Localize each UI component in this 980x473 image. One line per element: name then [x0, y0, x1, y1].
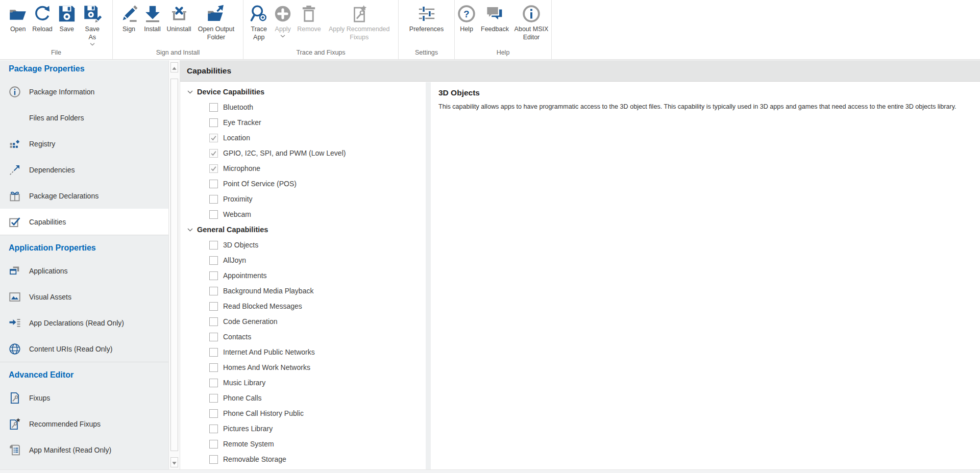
- tree-item-webcam[interactable]: Webcam: [180, 207, 426, 222]
- tree-item-label: Homes And Work Networks: [223, 363, 310, 371]
- tree-item-appointments[interactable]: Appointments: [180, 268, 426, 283]
- folder-icon: [9, 112, 21, 124]
- tree-item-homes-and-work-networks[interactable]: Homes And Work Networks: [180, 360, 426, 375]
- apply-recommended-fixups-icon: [350, 5, 369, 23]
- capability-checkbox[interactable]: [209, 271, 218, 280]
- tree-item-code-generation[interactable]: Code Generation: [180, 314, 426, 329]
- capability-checkbox[interactable]: [209, 333, 218, 341]
- tree-group-general-capabilities[interactable]: General Capabilities: [180, 222, 426, 237]
- ribbon-button-trace-app[interactable]: Trace App: [247, 4, 271, 41]
- capability-checkbox[interactable]: [209, 180, 218, 188]
- ribbon-button-about-msix-editor[interactable]: About MSIX Editor: [511, 4, 551, 41]
- ribbon-button-apply-recommended-fixups[interactable]: Apply Recommended Fixups: [324, 4, 395, 41]
- ribbon-button-save-as[interactable]: Save As: [79, 4, 106, 46]
- ribbon-button-open-output-folder[interactable]: Open Output Folder: [193, 4, 238, 41]
- sidebar-item-app-declarations-read-only[interactable]: App Declarations (Read Only): [0, 310, 168, 336]
- capability-checkbox[interactable]: [209, 348, 218, 357]
- sidebar-item-app-manifest-read-only[interactable]: App Manifest (Read Only): [0, 437, 168, 463]
- capability-checkbox[interactable]: [209, 134, 218, 142]
- page-title: Capabilities: [180, 60, 980, 82]
- sidebar-section-application-properties: Application PropertiesApplicationsVisual…: [0, 235, 168, 362]
- tree-item-label: Location: [223, 134, 250, 142]
- ribbon-button-sign[interactable]: Sign: [117, 4, 141, 33]
- ribbon-button-save[interactable]: Save: [55, 4, 79, 33]
- sidebar-item-visual-assets[interactable]: Visual Assets: [0, 284, 168, 310]
- tree-item-location[interactable]: Location: [180, 130, 426, 145]
- ribbon-button-help[interactable]: ?Help: [455, 4, 478, 33]
- ribbon-button-apply[interactable]: Apply: [271, 4, 295, 38]
- capability-checkbox[interactable]: [209, 241, 218, 250]
- scrollbar-thumb[interactable]: [170, 79, 178, 451]
- tree-item-microphone[interactable]: Microphone: [180, 161, 426, 176]
- recommended-fixups-icon: [9, 418, 21, 430]
- capability-checkbox[interactable]: [209, 302, 218, 311]
- sidebar-item-package-information[interactable]: Package Information: [0, 79, 168, 105]
- ribbon-button-label: Reload: [32, 25, 53, 33]
- tree-item-contacts[interactable]: Contacts: [180, 329, 426, 344]
- ribbon-button-install[interactable]: Install: [141, 4, 164, 33]
- tree-group-device-capabilities[interactable]: Device Capabilities: [180, 84, 426, 99]
- tree-item-eye-tracker[interactable]: Eye Tracker: [180, 115, 426, 130]
- tree-item-remote-system[interactable]: Remote System: [180, 436, 426, 452]
- tree-item-removable-storage[interactable]: Removable Storage: [180, 452, 426, 467]
- tree-item-background-media-playback[interactable]: Background Media Playback: [180, 283, 426, 298]
- tree-item-gpio-i2c-spi-and-pwm-low-level[interactable]: GPIO, I2C, SPI, and PWM (Low Level): [180, 145, 426, 161]
- capability-checkbox[interactable]: [209, 394, 218, 403]
- capability-checkbox[interactable]: [209, 149, 218, 158]
- sidebar-item-label: Files and Folders: [29, 114, 84, 122]
- chevron-down-icon: [280, 35, 285, 38]
- capability-checkbox[interactable]: [209, 103, 218, 112]
- ribbon-button-feedback[interactable]: Feedback: [478, 4, 511, 33]
- ribbon-group-label: Trace and Fixups: [243, 47, 398, 59]
- sidebar-item-registry[interactable]: Registry: [0, 131, 168, 157]
- sidebar-scrollbar[interactable]: [168, 60, 180, 469]
- sidebar-item-fixups[interactable]: Fixups: [0, 385, 168, 411]
- capability-checkbox[interactable]: [209, 164, 218, 173]
- sidebar-item-files-and-folders[interactable]: Files and Folders: [0, 105, 168, 131]
- capability-checkbox[interactable]: [209, 195, 218, 204]
- ribbon-button-open[interactable]: Open: [6, 4, 30, 33]
- ribbon-button-reload[interactable]: Reload: [30, 4, 55, 33]
- capability-checkbox[interactable]: [209, 317, 218, 326]
- capability-checkbox[interactable]: [209, 425, 218, 433]
- tree-item-phone-call-history-public[interactable]: Phone Call History Public: [180, 406, 426, 421]
- capability-checkbox[interactable]: [209, 363, 218, 372]
- tree-item-read-blocked-messages[interactable]: Read Blocked Messages: [180, 298, 426, 314]
- sidebar-item-package-declarations[interactable]: Package Declarations: [0, 183, 168, 209]
- app-declarations-icon: [9, 317, 21, 329]
- capability-checkbox[interactable]: [209, 210, 218, 219]
- capability-checkbox[interactable]: [209, 455, 218, 464]
- ribbon-button-preferences[interactable]: Preferences: [407, 4, 446, 33]
- tree-item-label: Internet And Public Networks: [223, 348, 315, 356]
- tree-item-point-of-service-pos[interactable]: Point Of Service (POS): [180, 176, 426, 191]
- tree-item-label: Point Of Service (POS): [223, 180, 297, 188]
- capability-checkbox[interactable]: [209, 287, 218, 295]
- capability-checkbox[interactable]: [209, 409, 218, 418]
- sidebar-item-label: Package Declarations: [29, 192, 99, 200]
- tree-item-alljoyn[interactable]: AllJoyn: [180, 253, 426, 268]
- capability-checkbox[interactable]: [209, 440, 218, 449]
- capability-checkbox[interactable]: [209, 256, 218, 265]
- sidebar-item-applications[interactable]: Applications: [0, 258, 168, 284]
- sidebar-item-capabilities[interactable]: Capabilities: [0, 209, 168, 235]
- sidebar-item-recommended-fixups[interactable]: Recommended Fixups: [0, 411, 168, 437]
- sidebar-item-dependencies[interactable]: Dependencies: [0, 157, 168, 183]
- capability-checkbox[interactable]: [209, 379, 218, 387]
- scroll-down-button[interactable]: [170, 457, 178, 467]
- tree-item-label: Code Generation: [223, 317, 278, 326]
- ribbon-button-label: Open Output Folder: [196, 25, 236, 41]
- tree-item-proximity[interactable]: Proximity: [180, 191, 426, 207]
- scroll-up-button[interactable]: [170, 62, 178, 72]
- tree-item-pictures-library[interactable]: Pictures Library: [180, 421, 426, 436]
- tree-item-3d-objects[interactable]: 3D Objects: [180, 237, 426, 253]
- tree-item-bluetooth[interactable]: Bluetooth: [180, 99, 426, 115]
- ribbon-group-file: OpenReloadSaveSave AsFile: [0, 0, 113, 59]
- tree-item-music-library[interactable]: Music Library: [180, 375, 426, 390]
- sidebar-item-label: Dependencies: [29, 166, 75, 174]
- sidebar-item-content-uris-read-only[interactable]: Content URIs (Read Only): [0, 336, 168, 362]
- tree-item-internet-and-public-networks[interactable]: Internet And Public Networks: [180, 344, 426, 360]
- capability-checkbox[interactable]: [209, 118, 218, 127]
- ribbon-button-uninstall[interactable]: Uninstall: [164, 4, 194, 33]
- ribbon-button-remove[interactable]: Remove: [295, 4, 324, 33]
- tree-item-phone-calls[interactable]: Phone Calls: [180, 390, 426, 406]
